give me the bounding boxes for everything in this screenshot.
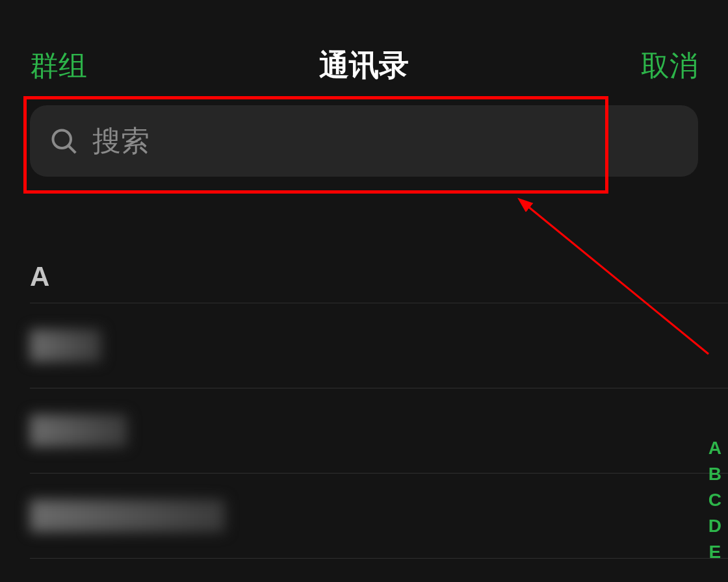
- divider: [30, 558, 728, 559]
- index-letter-c[interactable]: C: [708, 487, 722, 513]
- search-bar[interactable]: [30, 105, 698, 177]
- index-letter-d[interactable]: D: [708, 513, 722, 539]
- cancel-button[interactable]: 取消: [641, 47, 698, 85]
- section-header-a: A: [0, 261, 728, 303]
- svg-point-0: [53, 131, 72, 149]
- index-letter-b[interactable]: B: [708, 461, 722, 487]
- search-container: [30, 105, 698, 177]
- page-title: 通讯录: [319, 45, 409, 86]
- contact-row[interactable]: ████: [0, 303, 728, 388]
- alphabet-index[interactable]: A B C D E: [708, 435, 722, 565]
- search-icon: [49, 127, 78, 155]
- groups-button[interactable]: 群组: [30, 47, 87, 85]
- search-input[interactable]: [92, 125, 679, 157]
- contact-row[interactable]: ██████: [0, 388, 728, 473]
- contact-name: ██████: [30, 414, 127, 447]
- index-letter-a[interactable]: A: [708, 435, 722, 461]
- svg-line-1: [69, 146, 76, 153]
- index-letter-e[interactable]: E: [709, 539, 722, 565]
- contact-name: ████: [30, 329, 101, 362]
- contact-row[interactable]: ██████████: [0, 474, 728, 558]
- contact-name: ██████████: [30, 500, 225, 532]
- header-bar: 群组 通讯录 取消: [0, 0, 728, 105]
